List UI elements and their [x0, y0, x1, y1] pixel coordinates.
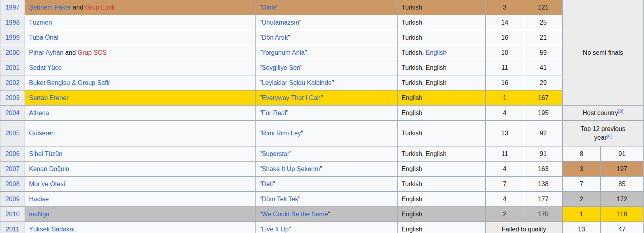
artist-cell: Yüksek Sadakat — [25, 222, 256, 233]
song-cell: "Dön Artık" — [256, 30, 398, 45]
year-link[interactable]: 2003 — [6, 94, 20, 101]
final-points-cell: 167 — [524, 91, 563, 106]
artist-link[interactable]: Sibel Tüzün — [29, 150, 62, 157]
song-cell: "Düm Tek Tek" — [256, 192, 398, 207]
year-link[interactable]: 1999 — [6, 34, 20, 41]
semifinal-points-cell: 85 — [601, 177, 644, 192]
table-row: 2009 Hadise "Düm Tek Tek" English 4 177 … — [0, 192, 644, 207]
song-title-link[interactable]: Shake It Up Şekerim — [262, 166, 320, 172]
final-place-cell: 13 — [486, 121, 524, 146]
year-cell: 2005 — [0, 121, 25, 146]
artist-link[interactable]: Athena — [29, 110, 49, 116]
language-cell: English — [398, 162, 486, 177]
final-points-cell: 59 — [524, 45, 563, 60]
artist-link[interactable]: Kenan Doğulu — [29, 166, 69, 172]
song-title-link[interactable]: Unutamazsın — [262, 19, 299, 26]
song-title-link[interactable]: Deli — [262, 181, 273, 187]
year-link[interactable]: 2001 — [6, 64, 20, 71]
final-place-cell: 4 — [486, 192, 524, 207]
language-text: English — [402, 226, 422, 233]
song-title-link[interactable]: Sevgiliye Son — [262, 64, 300, 71]
artist-link[interactable]: Pınar Ayhan — [29, 49, 63, 56]
table-row: 2001 Sedat Yüce "Sevgiliye Son" Turkish,… — [0, 60, 644, 75]
no-semifinals-cell: No semi-finals — [563, 0, 644, 106]
year-cell: 1997 — [0, 0, 25, 15]
song-cell: "Sevgiliye Son" — [256, 60, 398, 75]
artist-cell: maNga — [25, 207, 256, 222]
song-title-link[interactable]: Dinle — [262, 4, 276, 11]
song-title-link[interactable]: Düm Tek Tek — [262, 196, 298, 202]
artist-link[interactable]: Hadise — [29, 196, 49, 202]
year-link[interactable]: 2009 — [6, 196, 20, 202]
song-cell: "Shake It Up Şekerim" — [256, 162, 398, 177]
table-row: 2003 Sertab Erener "Everyway That I Can"… — [0, 91, 644, 106]
song-title-link[interactable]: Yorgunum Anla — [262, 49, 305, 56]
song-title-link[interactable]: Dön Artık — [262, 34, 288, 41]
table-row: 1997 Şebnem Paker and Grup Etnik "Dinle"… — [0, 0, 644, 15]
final-place-cell: 7 — [486, 177, 524, 192]
quote-mark: " — [300, 64, 303, 71]
year-link[interactable]: 1997 — [6, 4, 20, 11]
failed-to-qualify-cell: Failed to qualify — [486, 222, 563, 233]
artist-cell: Kenan Doğulu — [25, 162, 256, 177]
final-place-cell: 4 — [486, 106, 524, 121]
language-link[interactable]: English — [426, 49, 446, 56]
no-semifinals-text: No semi-finals — [583, 49, 623, 56]
year-link[interactable]: 2010 — [6, 211, 20, 218]
artist-link[interactable]: Sertab Erener — [29, 94, 69, 101]
semifinal-place-cell: 2 — [563, 192, 601, 207]
table-row: 2005 Gülseren "Rimi Rimi Ley" Turkish 13… — [0, 121, 644, 146]
artist-redlink[interactable]: Grup SOS — [77, 49, 107, 56]
year-link[interactable]: 2006 — [6, 150, 20, 157]
song-cell: "Superstar" — [256, 146, 398, 162]
year-link[interactable]: 2002 — [6, 79, 20, 86]
language-text: Turkish, English — [402, 79, 446, 86]
song-cell: "Unutamazsın" — [256, 15, 398, 30]
language-cell: English — [398, 207, 486, 222]
year-cell: 2010 — [0, 207, 25, 222]
artist-redlink[interactable]: Grup Etnik — [85, 4, 115, 11]
song-cell: "We Could Be the Same" — [256, 207, 398, 222]
artist-cell: Mor ve Ötesi — [25, 177, 256, 192]
year-link[interactable]: 2008 — [6, 181, 20, 187]
year-link[interactable]: 2011 — [6, 226, 19, 233]
artist-link[interactable]: maNga — [29, 211, 50, 218]
artist-link[interactable]: Şebnem Paker — [29, 4, 71, 11]
artist-link[interactable]: Mor ve Ötesi — [29, 181, 65, 187]
song-title-link[interactable]: We Could Be the Same — [262, 211, 328, 218]
footnote-link-c[interactable]: [c] — [607, 133, 612, 139]
song-title-link[interactable]: Rimi Rimi Ley — [262, 130, 301, 137]
semifinal-points-cell: 118 — [601, 207, 644, 222]
artist-conjunction: and — [71, 4, 85, 11]
table-row: 2004 Athena "For Real" English 4 195 Hos… — [0, 106, 644, 121]
table-row: 2007 Kenan Doğulu "Shake It Up Şekerim" … — [0, 162, 644, 177]
artist-cell: Sedat Yüce — [25, 60, 256, 75]
footnote-link-b[interactable]: [b] — [618, 108, 623, 114]
year-link[interactable]: 2007 — [6, 166, 20, 172]
entries-table: 1997 Şebnem Paker and Grup Etnik "Dinle"… — [0, 0, 644, 233]
final-points-cell: 41 — [524, 60, 563, 75]
artist-link[interactable]: Gülseren — [29, 130, 55, 137]
song-title-link[interactable]: Live It Up — [262, 226, 289, 233]
year-cell: 2011 — [0, 222, 25, 233]
song-title-link[interactable]: Superstar — [262, 150, 289, 157]
final-points-cell: 25 — [524, 15, 563, 30]
year-link[interactable]: 2004 — [6, 110, 20, 116]
song-cell: "Yorgunum Anla" — [256, 45, 398, 60]
artist-link[interactable]: Yüksek Sadakat — [29, 226, 75, 233]
final-points-cell: 29 — [524, 75, 563, 91]
artist-link[interactable]: Sedat Yüce — [29, 64, 62, 71]
language-text: Turkish — [402, 19, 422, 26]
song-title-link[interactable]: Everyway That I Can — [262, 94, 321, 101]
year-link[interactable]: 2000 — [6, 49, 20, 56]
artist-cell: Şebnem Paker and Grup Etnik — [25, 0, 256, 15]
year-link[interactable]: 2005 — [6, 130, 20, 137]
artist-link[interactable]: Tüzmen — [29, 19, 52, 26]
language-cell: Turkish — [398, 0, 486, 15]
artist-link[interactable]: Buket Bengisu & Group Safir — [29, 79, 110, 86]
year-link[interactable]: 1998 — [6, 19, 20, 26]
song-title-link[interactable]: For Real — [262, 110, 286, 116]
song-title-link[interactable]: Leylaklar Soldu Kalbinde — [262, 79, 332, 86]
language-text: English — [402, 110, 422, 116]
artist-link[interactable]: Tuba Önal — [29, 34, 58, 41]
